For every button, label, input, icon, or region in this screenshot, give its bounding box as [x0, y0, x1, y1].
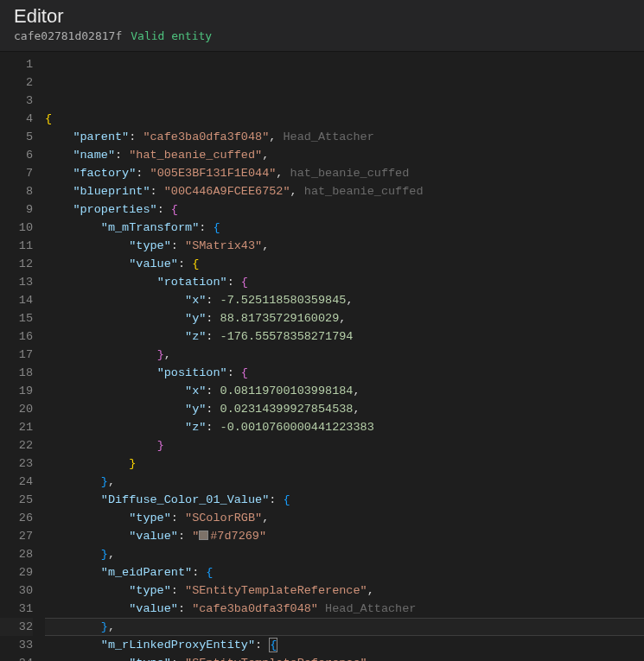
code-line[interactable]: "value": "#7d7269" — [45, 527, 644, 545]
code-line[interactable]: "rotation": { — [45, 273, 644, 291]
code-line[interactable]: "blueprint": "00C446A9FCEE6752", hat_bea… — [45, 182, 644, 200]
code-line[interactable]: "y": 88.81735729160029, — [45, 309, 644, 327]
code-line[interactable]: "properties": { — [45, 200, 644, 219]
color-swatch — [199, 531, 208, 540]
valid-entity-label: Valid entity — [131, 29, 212, 42]
code-line[interactable]: "z": -176.55578358271794 — [45, 327, 644, 346]
code-line[interactable]: "m_rLinkedProxyEntity": { — [45, 636, 644, 654]
code-area[interactable]: { "parent": "cafe3ba0dfa3f048", Head_Att… — [45, 52, 644, 657]
panel-title: Editor — [14, 5, 630, 28]
code-line[interactable]: "type": "SColorRGB", — [45, 509, 644, 527]
code-line[interactable]: } — [45, 454, 644, 473]
code-line[interactable]: "x": 0.08119700103998184, — [45, 382, 644, 400]
code-line[interactable]: "m_mTransform": { — [45, 219, 644, 237]
code-line[interactable]: "Diffuse_Color_01_Value": { — [45, 491, 644, 509]
code-line[interactable]: "parent": "cafe3ba0dfa3f048", Head_Attac… — [45, 128, 644, 146]
code-line[interactable]: "y": 0.02314399927854538, — [45, 400, 644, 418]
code-line[interactable]: }, — [45, 346, 644, 364]
code-line[interactable]: }, — [45, 545, 644, 563]
code-editor[interactable]: 1234567891011121314151617181920212223242… — [0, 52, 644, 657]
code-line[interactable]: { — [45, 110, 644, 128]
sub-header: cafe02781d02817f Valid entity — [14, 29, 630, 42]
code-line[interactable]: "type": "SEntityTemplateReference", — [45, 654, 644, 661]
code-line[interactable]: }, — [45, 473, 644, 491]
editor-header: Editor cafe02781d02817f Valid entity — [0, 0, 644, 52]
code-line[interactable]: } — [45, 436, 644, 454]
code-line[interactable]: "value": { — [45, 255, 644, 273]
line-number-gutter: 1234567891011121314151617181920212223242… — [0, 52, 45, 657]
code-line[interactable]: "name": "hat_beanie_cuffed", — [45, 146, 644, 164]
code-line[interactable]: "factory": "005E3BF131F1E044", hat_beani… — [45, 164, 644, 182]
code-line[interactable]: "m_eidParent": { — [45, 563, 644, 582]
code-line[interactable]: "type": "SEntityTemplateReference", — [45, 582, 644, 600]
code-line[interactable]: "value": "cafe3ba0dfa3f048" Head_Attache… — [45, 600, 644, 618]
code-line[interactable]: }, — [45, 618, 644, 636]
code-line[interactable]: "x": -7.525118580359845, — [45, 291, 644, 309]
code-line[interactable]: "position": { — [45, 364, 644, 382]
code-line[interactable]: "z": -0.0010760000441223383 — [45, 418, 644, 436]
entity-id: cafe02781d02817f — [14, 29, 122, 42]
code-line[interactable]: "type": "SMatrix43", — [45, 237, 644, 255]
